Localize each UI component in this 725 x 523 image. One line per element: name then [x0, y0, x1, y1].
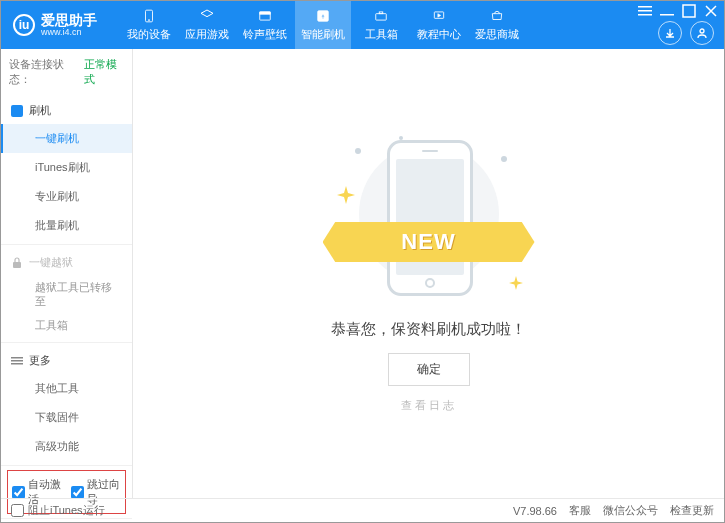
more-icon: [11, 355, 23, 367]
section-more: 更多 其他工具 下载固件 高级功能: [1, 343, 132, 466]
nav-label: 工具箱: [365, 27, 398, 42]
congrats-text: 恭喜您，保资料刷机成功啦！: [331, 320, 526, 339]
jailbreak-note-line1: 越狱工具已转移至: [1, 276, 132, 314]
body-area: 设备连接状态： 正常模式 刷机 一键刷机 iTunes刷机 专业刷机 批量刷机 …: [1, 49, 724, 498]
phone-icon: [140, 8, 158, 24]
sparkle-icon: [509, 276, 523, 290]
nav-label: 应用游戏: [185, 27, 229, 42]
sidebar: 设备连接状态： 正常模式 刷机 一键刷机 iTunes刷机 专业刷机 批量刷机 …: [1, 49, 133, 498]
app-domain: www.i4.cn: [41, 27, 97, 38]
sidebar-item-batch[interactable]: 批量刷机: [1, 211, 132, 240]
lock-icon: [11, 257, 23, 269]
nav-ringtones[interactable]: 铃声壁纸: [237, 1, 293, 49]
sidebar-item-pro[interactable]: 专业刷机: [1, 182, 132, 211]
top-nav: 我的设备 应用游戏 铃声壁纸 智能刷机 工具箱 教程中心: [121, 1, 525, 49]
footer-right: V7.98.66 客服 微信公众号 检查更新: [513, 503, 714, 518]
toolbox-icon: [372, 8, 390, 24]
support-link[interactable]: 客服: [569, 503, 591, 518]
nav-smart-flash[interactable]: 智能刷机: [295, 1, 351, 49]
section-flash: 刷机 一键刷机 iTunes刷机 专业刷机 批量刷机: [1, 93, 132, 245]
flash-icon: [314, 8, 332, 24]
phone-illustration: NEW: [339, 134, 519, 304]
svg-rect-16: [11, 357, 23, 359]
tutorial-icon: [430, 8, 448, 24]
svg-rect-10: [638, 14, 652, 16]
nav-toolbox[interactable]: 工具箱: [353, 1, 409, 49]
nav-label: 教程中心: [417, 27, 461, 42]
user-button[interactable]: [690, 21, 714, 45]
nav-store[interactable]: 爱思商城: [469, 1, 525, 49]
section-flash-header[interactable]: 刷机: [1, 97, 132, 124]
store-icon: [488, 8, 506, 24]
svg-point-1: [148, 20, 149, 21]
section-jailbreak: 一键越狱 越狱工具已转移至 工具箱: [1, 245, 132, 343]
wechat-link[interactable]: 微信公众号: [603, 503, 658, 518]
sidebar-item-itunes[interactable]: iTunes刷机: [1, 153, 132, 182]
section-title: 一键越狱: [29, 255, 73, 270]
logo: iu 爱思助手 www.i4.cn: [13, 13, 97, 38]
flash-section-icon: [11, 105, 23, 117]
update-link[interactable]: 检查更新: [670, 503, 714, 518]
decor-dot: [501, 156, 507, 162]
wallpaper-icon: [256, 8, 274, 24]
app-name: 爱思助手: [41, 13, 97, 27]
connection-status: 设备连接状态： 正常模式: [1, 49, 132, 93]
main-content: NEW 恭喜您，保资料刷机成功啦！ 确定 查看日志: [133, 49, 724, 498]
phone-speaker: [422, 150, 438, 152]
sparkle-icon: [337, 186, 355, 204]
svg-rect-5: [376, 14, 387, 20]
nav-tutorials[interactable]: 教程中心: [411, 1, 467, 49]
section-title: 刷机: [29, 103, 51, 118]
nav-label: 智能刷机: [301, 27, 345, 42]
menu-icon[interactable]: [638, 4, 652, 18]
svg-point-13: [700, 29, 704, 33]
status-mode: 正常模式: [84, 57, 124, 87]
svg-rect-6: [379, 12, 383, 14]
title-bar: iu 爱思助手 www.i4.cn 我的设备 应用游戏 铃声壁纸 智能刷机: [1, 1, 724, 49]
version-label: V7.98.66: [513, 505, 557, 517]
nav-label: 铃声壁纸: [243, 27, 287, 42]
sidebar-item-advanced[interactable]: 高级功能: [1, 432, 132, 461]
checkbox-label: 阻止iTunes运行: [28, 503, 105, 518]
section-more-header[interactable]: 更多: [1, 347, 132, 374]
apps-icon: [198, 8, 216, 24]
phone-home-button: [425, 278, 435, 288]
sidebar-item-other[interactable]: 其他工具: [1, 374, 132, 403]
jailbreak-note-line2: 工具箱: [1, 314, 132, 338]
svg-rect-18: [11, 363, 23, 365]
nav-label: 爱思商城: [475, 27, 519, 42]
phone-body: [387, 140, 473, 296]
svg-rect-8: [638, 6, 652, 8]
logo-icon: iu: [13, 14, 35, 36]
checkbox-input[interactable]: [11, 504, 24, 517]
status-bar: 阻止iTunes运行 V7.98.66 客服 微信公众号 检查更新: [1, 498, 724, 522]
checkbox-stop-itunes[interactable]: 阻止iTunes运行: [11, 503, 105, 518]
section-title: 更多: [29, 353, 51, 368]
logo-text: 爱思助手 www.i4.cn: [41, 13, 97, 38]
ok-button[interactable]: 确定: [388, 353, 470, 386]
footer-left: 阻止iTunes运行: [11, 503, 105, 518]
section-jailbreak-header[interactable]: 一键越狱: [1, 249, 132, 276]
right-circles: [658, 7, 714, 45]
svg-rect-15: [13, 262, 21, 268]
svg-rect-9: [638, 10, 652, 12]
svg-rect-3: [260, 12, 271, 14]
app-window: iu 爱思助手 www.i4.cn 我的设备 应用游戏 铃声壁纸 智能刷机: [0, 0, 725, 523]
checkbox-input[interactable]: [71, 486, 84, 499]
checkbox-input[interactable]: [12, 486, 25, 499]
sidebar-item-download-fw[interactable]: 下载固件: [1, 403, 132, 432]
sidebar-item-oneclick[interactable]: 一键刷机: [1, 124, 132, 153]
svg-rect-17: [11, 360, 23, 362]
nav-label: 我的设备: [127, 27, 171, 42]
new-banner: NEW: [323, 222, 535, 262]
status-label: 设备连接状态：: [9, 57, 80, 87]
view-log-link[interactable]: 查看日志: [401, 398, 457, 413]
decor-dot: [355, 148, 361, 154]
svg-rect-14: [11, 105, 23, 117]
nav-apps-games[interactable]: 应用游戏: [179, 1, 235, 49]
nav-my-device[interactable]: 我的设备: [121, 1, 177, 49]
download-button[interactable]: [658, 21, 682, 45]
